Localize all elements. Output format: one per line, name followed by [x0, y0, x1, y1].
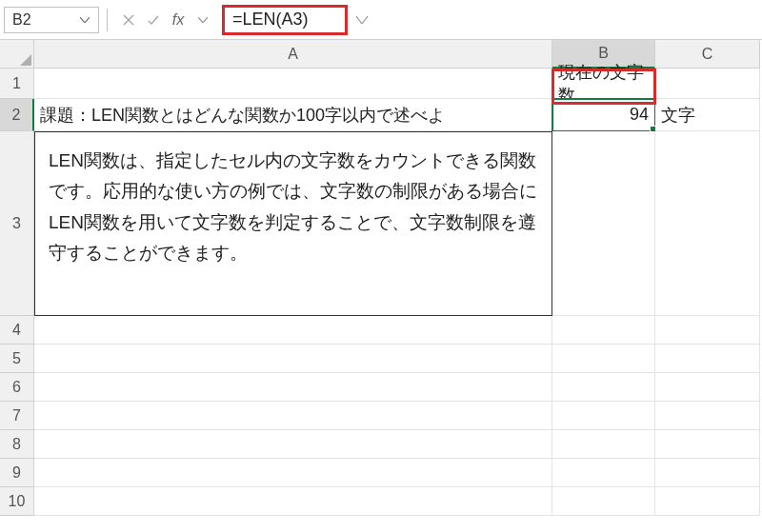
row-header-10[interactable]: 10	[0, 487, 34, 516]
formula-bar-controls: fx	[119, 10, 212, 30]
spreadsheet-grid: A B C 1 現在の文字数 2 課題：LEN関数とはどんな関数か100字以内で…	[0, 40, 762, 516]
row-header-3[interactable]: 3	[0, 131, 34, 316]
row-header-7[interactable]: 7	[0, 402, 34, 430]
row-header-9[interactable]: 9	[0, 459, 34, 487]
row-header-6[interactable]: 6	[0, 373, 34, 402]
cell-a9[interactable]	[34, 459, 552, 487]
cell-c3[interactable]	[655, 131, 760, 316]
cell-b4[interactable]	[552, 316, 655, 345]
cell-c1[interactable]	[655, 69, 760, 99]
formula-bar: B2 fx	[0, 0, 762, 40]
row-header-2[interactable]: 2	[0, 99, 34, 131]
cell-c4[interactable]	[655, 316, 760, 345]
cell-a2[interactable]: 課題：LEN関数とはどんな関数か100字以内で述べよ	[34, 99, 552, 131]
cell-c9[interactable]	[655, 459, 760, 487]
cell-a3[interactable]: LEN関数は、指定したセル内の文字数をカウントできる関数です。応用的な使い方の例…	[34, 131, 552, 316]
formula-highlight-box	[222, 5, 348, 35]
name-box[interactable]: B2	[4, 7, 99, 33]
cell-b2[interactable]: 94	[552, 99, 655, 131]
cell-a10[interactable]	[34, 487, 552, 516]
cell-c7[interactable]	[655, 402, 760, 430]
col-header-a[interactable]: A	[34, 40, 552, 69]
row-header-8[interactable]: 8	[0, 430, 34, 459]
separator	[107, 9, 108, 31]
row-header-1[interactable]: 1	[0, 69, 34, 99]
col-header-c[interactable]: C	[655, 40, 760, 69]
cell-b8[interactable]	[552, 430, 655, 459]
chevron-down-icon[interactable]	[79, 14, 90, 26]
row-header-4[interactable]: 4	[0, 316, 34, 345]
cell-b5[interactable]	[552, 345, 655, 373]
cell-b10[interactable]	[552, 487, 655, 516]
cancel-icon[interactable]	[119, 10, 138, 30]
cell-b9[interactable]	[552, 459, 655, 487]
cell-a7[interactable]	[34, 402, 552, 430]
select-all-corner[interactable]	[0, 40, 34, 69]
cell-c2[interactable]: 文字	[655, 99, 760, 131]
cell-c8[interactable]	[655, 430, 760, 459]
cell-a8[interactable]	[34, 430, 552, 459]
cell-c10[interactable]	[655, 487, 760, 516]
cell-a5[interactable]	[34, 345, 552, 373]
cell-c6[interactable]	[655, 373, 760, 402]
expand-icon[interactable]	[353, 11, 371, 29]
formula-input[interactable]	[232, 10, 337, 30]
cell-a6[interactable]	[34, 373, 552, 402]
cell-b6[interactable]	[552, 373, 655, 402]
cell-a4[interactable]	[34, 316, 552, 345]
cell-a1[interactable]	[34, 69, 552, 99]
chevron-down-icon[interactable]	[193, 10, 212, 30]
cell-c5[interactable]	[655, 345, 760, 373]
row-header-5[interactable]: 5	[0, 345, 34, 373]
name-box-text: B2	[12, 11, 79, 29]
cell-b7[interactable]	[552, 402, 655, 430]
fx-icon[interactable]: fx	[169, 10, 188, 30]
cell-b3[interactable]	[552, 131, 655, 316]
cell-b1[interactable]: 現在の文字数	[552, 69, 655, 99]
enter-icon[interactable]	[144, 10, 163, 30]
